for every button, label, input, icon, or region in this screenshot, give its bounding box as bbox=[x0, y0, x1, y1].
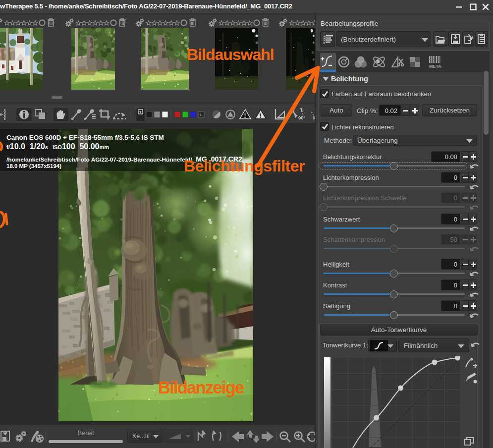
svg-text:T: T bbox=[139, 111, 142, 114]
svg-text:L: L bbox=[200, 112, 202, 117]
svg-text:90°: 90° bbox=[298, 115, 306, 120]
svg-text:!: ! bbox=[260, 112, 262, 119]
svg-text:!: ! bbox=[244, 112, 246, 119]
svg-text:META: META bbox=[429, 64, 441, 69]
